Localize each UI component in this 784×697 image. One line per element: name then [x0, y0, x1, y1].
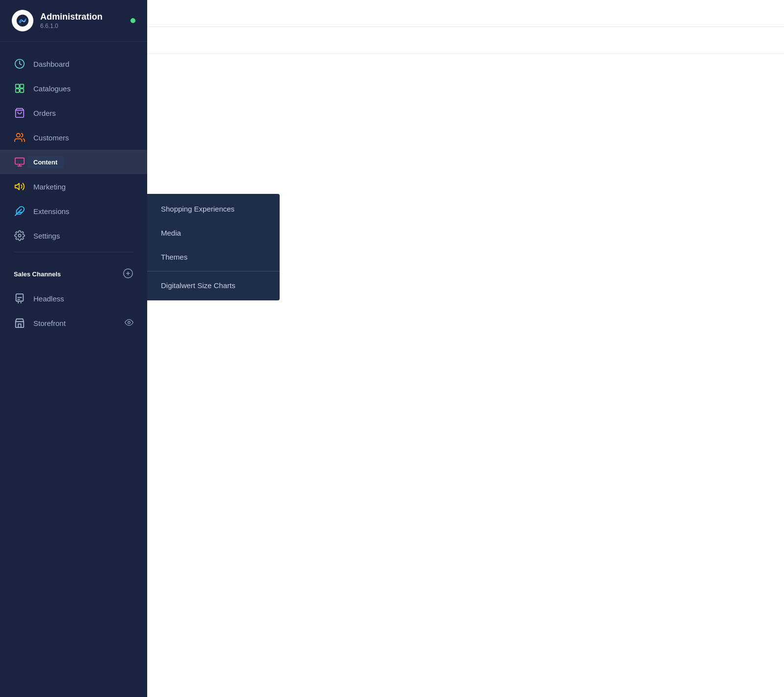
svg-marker-11 [15, 184, 19, 190]
svg-rect-5 [20, 89, 24, 92]
svg-point-14 [18, 234, 21, 237]
content-icon [14, 156, 26, 168]
sidebar-item-label: Marketing [33, 183, 66, 191]
storefront-icon [14, 317, 26, 329]
sidebar-item-label: Storefront [33, 319, 66, 327]
nav-divider [14, 252, 133, 252]
sales-channels-header: Sales Channels [0, 264, 147, 286]
sidebar-item-label: Orders [33, 109, 56, 117]
sidebar-item-label: Settings [33, 232, 60, 240]
dropdown-item-digitalwert-size-charts[interactable]: Digitalwert Size Charts [147, 273, 280, 297]
storefront-eye-icon[interactable] [125, 318, 133, 328]
sidebar-item-headless[interactable]: Headless [0, 286, 147, 311]
marketing-icon [14, 181, 26, 192]
app-version: 6.6.1.0 [40, 23, 124, 29]
sidebar-item-label: Headless [33, 295, 64, 303]
svg-rect-4 [16, 89, 19, 92]
sidebar-item-catalogues[interactable]: Catalogues [0, 76, 147, 101]
orders-icon [14, 107, 26, 119]
sidebar-item-orders[interactable]: Orders [0, 101, 147, 125]
app-title: Administration [40, 12, 124, 23]
customers-icon [14, 132, 26, 143]
sidebar-item-label: Customers [33, 134, 69, 142]
dropdown-divider [147, 271, 280, 271]
dropdown-item-media[interactable]: Media [147, 221, 280, 245]
dropdown-item-themes[interactable]: Themes [147, 245, 280, 269]
sidebar-item-extensions[interactable]: Extensions [0, 199, 147, 223]
svg-rect-2 [16, 84, 19, 88]
sales-channels-title: Sales Channels [14, 270, 61, 278]
main-header-top [147, 0, 784, 27]
headless-icon [14, 293, 26, 304]
sidebar-item-customers[interactable]: Customers [0, 125, 147, 150]
sidebar-item-label: Catalogues [33, 84, 71, 93]
dashboard-icon [14, 58, 26, 70]
main-header-bottom [147, 27, 784, 54]
sidebar-item-dashboard[interactable]: Dashboard [0, 52, 147, 76]
sidebar-item-storefront[interactable]: Storefront [0, 311, 147, 335]
app-logo [12, 10, 33, 31]
svg-rect-18 [16, 322, 24, 327]
extensions-icon [14, 205, 26, 217]
status-indicator [131, 18, 135, 23]
sidebar-header: Administration 6.6.1.0 [0, 0, 147, 42]
sidebar-item-marketing[interactable]: Marketing [0, 174, 147, 199]
svg-rect-8 [15, 158, 24, 164]
svg-point-22 [128, 321, 131, 323]
svg-rect-3 [20, 84, 24, 88]
sales-channels-section: Sales Channels [0, 256, 147, 339]
sidebar-item-settings[interactable]: Settings [0, 223, 147, 248]
add-sales-channel-button[interactable] [123, 268, 133, 280]
sidebar-item-content[interactable]: Content Content [0, 150, 147, 174]
header-text: Administration 6.6.1.0 [40, 12, 124, 29]
content-dropdown: Shopping Experiences Media Themes Digita… [147, 194, 280, 300]
sidebar-item-label: Extensions [33, 207, 69, 215]
svg-point-7 [17, 134, 20, 137]
main-content [147, 0, 784, 697]
sidebar: Administration 6.6.1.0 Dashboard [0, 0, 147, 697]
dropdown-item-shopping-experiences[interactable]: Shopping Experiences [147, 197, 280, 221]
sidebar-item-label: Content [33, 158, 61, 166]
main-header [147, 0, 784, 54]
catalogues-icon [14, 82, 26, 94]
sidebar-item-label: Dashboard [33, 60, 69, 68]
settings-icon [14, 230, 26, 241]
nav-section: Dashboard Catalogues [0, 42, 147, 697]
